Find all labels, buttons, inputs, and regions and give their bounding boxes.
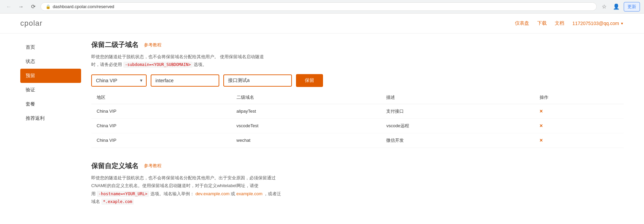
table-row: China VIP wechat 微信开发 × [91,133,624,148]
table-header-row: 地区 二级域名 描述 操作 [91,91,624,104]
subdomain-table: 地区 二级域名 描述 操作 China VIP alipayTest 支付接口 … [91,91,624,148]
top-nav-links: 仪表盘 下载 文档 1172075103@qq.com ▼ [515,20,624,26]
section2-desc: 即使您的隧道处于脱机状态，也不会将保留域名分配给其他用户。出于安全原因，必须保留… [91,174,624,206]
col-action: 操作 [534,91,624,104]
nav-dashboard[interactable]: 仪表盘 [515,20,529,26]
section1-desc-code: -subdomain=<YOUR_SUBDOMAIN> [123,62,193,68]
section2-example-link1[interactable]: dev.example.com [195,191,229,196]
nav-download[interactable]: 下载 [537,20,547,26]
section2-desc-line3-end: ，或者泛 [264,191,281,196]
main-content: 首页 状态 预留 验证 套餐 推荐返利 保留二级子域名 [0,33,644,224]
update-button[interactable]: 更新 [624,2,640,12]
cell-subdomain: vscodeTest [231,118,381,133]
table-row: China VIP vscodeTest vscode远程 × [91,118,624,133]
section1-desc-line1: 即使您的隧道处于脱机状态，也不会将保留域名分配给其他用户。 使用保留域名启动隧道 [91,54,264,59]
cell-action[interactable]: × [534,118,624,133]
table-row: China VIP alipayTest 支付接口 × [91,104,624,118]
section1-title: 保留二级子域名 [91,40,139,49]
cell-region: China VIP [91,118,231,133]
sidebar-item-referral[interactable]: 推荐返利 [20,111,81,126]
subdomain-input[interactable] [151,74,219,87]
user-menu-chevron: ▼ [620,22,624,25]
section2-desc-line2: CNAME的自定义主机名。使用保留域名启动隧道时，对于自定义whitelabel… [91,183,258,188]
section2-title: 保留自定义域名 [91,161,139,171]
profile-button[interactable]: 👤 [612,2,621,12]
section2-desc-line3-pre: 用 [91,191,96,196]
address-bar: 🔒 dashboard.cpolar.com/reserved [41,2,597,11]
page-wrapper: cpolar 仪表盘 下载 文档 1172075103@qq.com ▼ 首页 … [0,14,644,224]
col-desc: 描述 [381,91,534,104]
sidebar-item-verify[interactable]: 验证 [20,83,81,97]
section2-header: 保留自定义域名 参考教程 [91,161,624,171]
section1-ref-link[interactable]: 参考教程 [144,42,162,48]
sidebar-item-home[interactable]: 首页 [20,40,81,54]
user-menu[interactable]: 1172075103@qq.com ▼ [572,21,624,26]
section2-desc-code1: -hostname=<YOUR_URL> [97,191,149,197]
section1-desc-line2: 时，请务必使用 [91,62,122,67]
sidebar-item-status[interactable]: 状态 [20,54,81,69]
reload-button[interactable]: ⟳ [28,2,38,12]
cell-action[interactable]: × [534,133,624,148]
browser-chrome: ← → ⟳ 🔒 dashboard.cpolar.com/reserved ☆ … [0,0,644,14]
section1-desc-line3: 选项。 [194,62,207,67]
browser-actions: ☆ 👤 更新 [599,2,640,12]
section2-desc-line4-pre: 域名 [91,199,100,204]
sidebar: 首页 状态 预留 验证 套餐 推荐返利 [20,40,81,219]
section2-desc-wildcard: *.exaple.com [101,199,134,205]
sidebar-item-package[interactable]: 套餐 [20,97,81,111]
back-button[interactable]: ← [4,2,14,12]
section1-desc: 即使您的隧道处于脱机状态，也不会将保留域名分配给其他用户。 使用保留域名启动隧道… [91,53,624,69]
section1-form-row: China VIP China US ▼ 保留 [91,74,624,87]
col-subdomain: 二级域名 [231,91,381,104]
section-subdomain: 保留二级子域名 参考教程 即使您的隧道处于脱机状态，也不会将保留域名分配给其他用… [91,40,624,148]
cell-desc: 支付接口 [381,104,534,118]
cell-desc: 微信开发 [381,133,534,148]
section2-desc-line3-mid: 选项。域名输入举例： [150,191,194,196]
bookmark-button[interactable]: ☆ [599,2,609,12]
user-email: 1172075103@qq.com [572,21,619,26]
forward-button[interactable]: → [16,2,26,12]
section2-example-link2[interactable]: example.com [237,191,263,196]
lock-icon: 🔒 [46,4,51,9]
cell-region: China VIP [91,133,231,148]
delete-icon[interactable]: × [540,108,543,114]
cell-subdomain: alipayTest [231,104,381,118]
section2-desc-line1: 即使您的隧道处于脱机状态，也不会将保留域名分配给其他用户。出于安全原因，必须保留… [91,175,276,180]
col-region: 地区 [91,91,231,104]
region-select-wrapper: China VIP China US ▼ [91,74,147,87]
section1-header: 保留二级子域名 参考教程 [91,40,624,49]
save-button[interactable]: 保留 [296,74,323,87]
cell-subdomain: wechat [231,133,381,148]
description-input[interactable] [223,74,292,87]
region-select[interactable]: China VIP China US [92,75,146,86]
content-area: 保留二级子域名 参考教程 即使您的隧道处于脱机状态，也不会将保留域名分配给其他用… [91,40,624,219]
nav-docs[interactable]: 文档 [555,20,564,26]
cell-action[interactable]: × [534,104,624,118]
top-nav: cpolar 仪表盘 下载 文档 1172075103@qq.com ▼ [0,14,644,33]
delete-icon[interactable]: × [540,137,543,143]
section-custom-domain: 保留自定义域名 参考教程 即使您的隧道处于脱机状态，也不会将保留域名分配给其他用… [91,161,624,206]
cell-region: China VIP [91,104,231,118]
section2-desc-line3-mid2: 或 [231,191,235,196]
url-text: dashboard.cpolar.com/reserved [53,4,114,9]
section2-ref-link[interactable]: 参考教程 [144,163,162,169]
logo: cpolar [20,19,43,28]
cell-desc: vscode远程 [381,118,534,133]
sidebar-item-reserved[interactable]: 预留 [20,69,81,83]
delete-icon[interactable]: × [540,123,543,129]
